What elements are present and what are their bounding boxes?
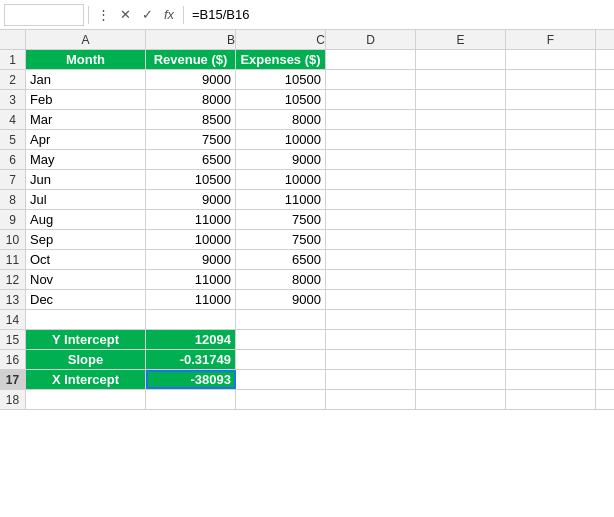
- cell[interactable]: [596, 310, 614, 329]
- cell[interactable]: [416, 210, 506, 229]
- cell[interactable]: [146, 310, 236, 329]
- cell[interactable]: [416, 290, 506, 309]
- cell[interactable]: [146, 390, 236, 409]
- row-number[interactable]: 7: [0, 170, 26, 189]
- cell[interactable]: -38093: [146, 370, 236, 389]
- cell[interactable]: [236, 350, 326, 369]
- cell[interactable]: [236, 390, 326, 409]
- cell[interactable]: X Intercept: [26, 370, 146, 389]
- row-number[interactable]: 4: [0, 110, 26, 129]
- cell[interactable]: [506, 270, 596, 289]
- cell[interactable]: [596, 210, 614, 229]
- cell[interactable]: [596, 110, 614, 129]
- cell[interactable]: Mar: [26, 110, 146, 129]
- cell[interactable]: [326, 50, 416, 69]
- cell[interactable]: [506, 370, 596, 389]
- cell[interactable]: Aug: [26, 210, 146, 229]
- cell[interactable]: 9000: [146, 70, 236, 89]
- cell[interactable]: [506, 90, 596, 109]
- cell[interactable]: 10000: [146, 230, 236, 249]
- cell[interactable]: [26, 310, 146, 329]
- cell[interactable]: [326, 290, 416, 309]
- cell[interactable]: [326, 150, 416, 169]
- cell[interactable]: [506, 310, 596, 329]
- cell[interactable]: 11000: [146, 270, 236, 289]
- cell-reference-box[interactable]: [4, 4, 84, 26]
- cell[interactable]: 9000: [146, 190, 236, 209]
- cell[interactable]: [326, 190, 416, 209]
- cell[interactable]: [596, 270, 614, 289]
- cell[interactable]: [416, 370, 506, 389]
- cell[interactable]: 11000: [146, 290, 236, 309]
- cell[interactable]: [326, 310, 416, 329]
- cell[interactable]: [596, 70, 614, 89]
- cell[interactable]: [506, 290, 596, 309]
- cell[interactable]: [416, 230, 506, 249]
- cell[interactable]: [236, 370, 326, 389]
- cell[interactable]: [416, 310, 506, 329]
- cell[interactable]: [506, 150, 596, 169]
- cell[interactable]: 9000: [146, 250, 236, 269]
- cell[interactable]: 11000: [236, 190, 326, 209]
- cell[interactable]: [506, 390, 596, 409]
- col-header-b[interactable]: B: [146, 30, 236, 49]
- cell[interactable]: 10000: [236, 130, 326, 149]
- cell[interactable]: [596, 150, 614, 169]
- cell[interactable]: [416, 350, 506, 369]
- cell[interactable]: 12094: [146, 330, 236, 349]
- cell[interactable]: May: [26, 150, 146, 169]
- cell[interactable]: 10500: [236, 70, 326, 89]
- row-number[interactable]: 14: [0, 310, 26, 329]
- cell[interactable]: [326, 170, 416, 189]
- cell[interactable]: Jun: [26, 170, 146, 189]
- cell[interactable]: Jan: [26, 70, 146, 89]
- row-number[interactable]: 5: [0, 130, 26, 149]
- cell[interactable]: [416, 70, 506, 89]
- cell[interactable]: 11000: [146, 210, 236, 229]
- cell[interactable]: 10000: [236, 170, 326, 189]
- cell[interactable]: [596, 330, 614, 349]
- cell[interactable]: [326, 110, 416, 129]
- cell[interactable]: Feb: [26, 90, 146, 109]
- cell[interactable]: [416, 150, 506, 169]
- cell[interactable]: Revenue ($): [146, 50, 236, 69]
- row-number[interactable]: 8: [0, 190, 26, 209]
- cell[interactable]: 8000: [236, 270, 326, 289]
- cell[interactable]: 6500: [146, 150, 236, 169]
- cell[interactable]: [326, 230, 416, 249]
- cell[interactable]: [236, 330, 326, 349]
- cell[interactable]: 9000: [236, 290, 326, 309]
- cell[interactable]: -0.31749: [146, 350, 236, 369]
- col-header-c[interactable]: C: [236, 30, 326, 49]
- cell[interactable]: [596, 50, 614, 69]
- cell[interactable]: Expenses ($): [236, 50, 326, 69]
- cell[interactable]: [596, 290, 614, 309]
- cell[interactable]: [596, 390, 614, 409]
- row-number[interactable]: 3: [0, 90, 26, 109]
- cell[interactable]: [506, 130, 596, 149]
- row-number[interactable]: 6: [0, 150, 26, 169]
- cell[interactable]: 8500: [146, 110, 236, 129]
- row-number[interactable]: 18: [0, 390, 26, 409]
- cell[interactable]: [416, 130, 506, 149]
- cell[interactable]: Month: [26, 50, 146, 69]
- cell[interactable]: [416, 330, 506, 349]
- cell[interactable]: [326, 390, 416, 409]
- cell[interactable]: Jul: [26, 190, 146, 209]
- row-number[interactable]: 2: [0, 70, 26, 89]
- col-header-g[interactable]: G: [596, 30, 614, 49]
- cell[interactable]: [506, 70, 596, 89]
- cell[interactable]: Dec: [26, 290, 146, 309]
- cell[interactable]: 10500: [236, 90, 326, 109]
- cell[interactable]: Oct: [26, 250, 146, 269]
- cell[interactable]: [596, 230, 614, 249]
- cell[interactable]: [236, 310, 326, 329]
- cell[interactable]: Slope: [26, 350, 146, 369]
- cell[interactable]: [416, 170, 506, 189]
- cell[interactable]: [326, 70, 416, 89]
- row-number[interactable]: 16: [0, 350, 26, 369]
- cell[interactable]: [326, 250, 416, 269]
- cell[interactable]: [326, 270, 416, 289]
- cell[interactable]: [506, 350, 596, 369]
- cell[interactable]: Nov: [26, 270, 146, 289]
